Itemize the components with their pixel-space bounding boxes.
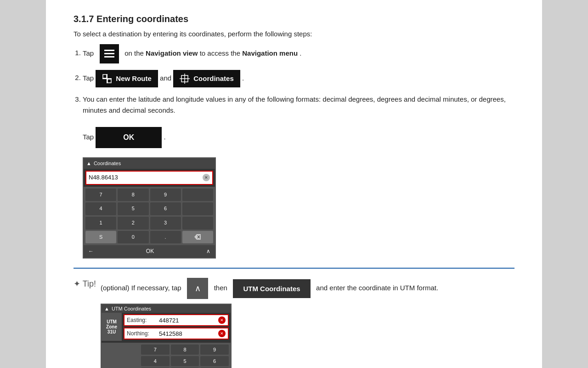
key-5[interactable]: 5 <box>118 202 148 215</box>
coordinates-button[interactable]: Coordinates <box>173 70 240 87</box>
footer-ok[interactable]: OK <box>146 247 154 256</box>
key-8[interactable]: 8 <box>118 189 148 201</box>
utm-key-8[interactable]: 8 <box>171 345 199 355</box>
key-4[interactable]: 4 <box>85 202 116 215</box>
utm-keyboard-area: 7 8 9 4 5 6 1 2 3 0 <box>102 343 231 368</box>
utm-northing-label: Northing: <box>127 330 157 337</box>
svg-rect-1 <box>104 53 114 54</box>
key-dot[interactable]: . <box>150 231 181 244</box>
tip-content: (optional) If necessary, tap ∧ then UTM … <box>101 278 514 368</box>
utm-easting-value: 448721 <box>159 317 216 324</box>
footer-up[interactable]: ∧ <box>206 247 210 256</box>
coord-clear-btn[interactable]: ✕ <box>203 174 210 181</box>
tip-after: and enter the coordinate in UTM format. <box>316 284 438 292</box>
step1-text-before: Tap <box>83 49 94 57</box>
key-empty-2 <box>182 202 213 215</box>
backspace-icon <box>194 234 201 240</box>
tip-section: ✦ Tip! (optional) If necessary, tap ∧ th… <box>74 278 514 368</box>
utm-easting-label: Easting: <box>127 317 157 323</box>
coord-input-value: N48.86413 <box>89 173 203 183</box>
coordinates-screen: ▲ Coordinates N48.86413 ✕ 7 8 9 4 5 <box>83 157 216 259</box>
step1-period: . <box>300 49 301 57</box>
step3-period: . <box>164 132 166 140</box>
divider-1 <box>74 268 514 269</box>
section-heading: 3.1.7 Entering coordinates <box>74 9 514 24</box>
steps-list: Tap on the Navigation view to access the… <box>83 44 514 259</box>
step2-and: and <box>160 74 173 81</box>
utm-header-title: UTM Coordinates <box>112 306 151 311</box>
step-3: You can enter the latitude and longitude… <box>83 94 514 259</box>
utm-key-5[interactable]: 5 <box>171 356 199 366</box>
utm-key-9[interactable]: 9 <box>200 345 229 355</box>
step-2: Tap New Route and C <box>83 70 514 87</box>
hamburger-icon <box>104 50 114 58</box>
screen-header: ▲ Coordinates <box>84 158 215 169</box>
utm-btn-label: UTM Coordinates <box>243 285 300 293</box>
key-0[interactable]: 0 <box>118 231 148 244</box>
key-3[interactable]: 3 <box>150 217 181 230</box>
utm-easting-clear[interactable]: ✕ <box>218 316 226 324</box>
utm-key-6[interactable]: 6 <box>200 356 229 366</box>
step2-period: . <box>242 74 244 81</box>
step1-nav-view: Navigation view <box>146 49 198 57</box>
page-container: 3.1.7 Entering coordinates To select a d… <box>46 0 542 368</box>
ok-button[interactable]: OK <box>96 127 162 148</box>
coordinates-label: Coordinates <box>193 75 234 82</box>
key-empty-1 <box>182 189 213 201</box>
utm-coordinates-button[interactable]: UTM Coordinates <box>233 279 310 298</box>
new-route-icon <box>102 74 112 84</box>
utm-main-area: UTM Zone 31U Easting: 448721 ✕ Northing:… <box>102 313 231 341</box>
step2-tap: Tap <box>83 74 96 81</box>
new-route-button[interactable]: New Route <box>96 70 158 87</box>
key-1[interactable]: 1 <box>85 217 116 230</box>
coord-input-row: N48.86413 ✕ <box>85 171 213 185</box>
step3-text: You can enter the latitude and longitude… <box>83 95 506 114</box>
utm-screen: ▲ UTM Coordinates UTM Zone 31U Easting: … <box>101 304 232 368</box>
key-backspace[interactable] <box>182 231 213 244</box>
ok-label: OK <box>123 133 134 141</box>
utm-right-fields: Easting: 448721 ✕ Northing: 5412588 ✕ <box>122 313 231 341</box>
menu-button[interactable] <box>100 44 119 63</box>
keyboard-area: 7 8 9 4 5 6 1 2 3 S 0 . <box>84 187 215 245</box>
utm-key-7[interactable]: 7 <box>141 345 170 355</box>
key-s[interactable]: S <box>85 231 116 244</box>
svg-rect-7 <box>107 79 111 83</box>
footer-back[interactable]: ← <box>88 247 94 256</box>
key-7[interactable]: 7 <box>85 189 116 201</box>
key-empty-3 <box>182 217 213 230</box>
utm-screen-header: ▲ UTM Coordinates <box>102 305 231 313</box>
svg-rect-6 <box>103 75 107 78</box>
key-6[interactable]: 6 <box>150 202 181 215</box>
utm-northing-value: 5412588 <box>159 330 216 337</box>
up-button[interactable]: ∧ <box>187 278 208 299</box>
step-1: Tap on the Navigation view to access the… <box>83 44 514 63</box>
utm-northing-row: Northing: 5412588 ✕ <box>124 328 229 339</box>
utm-zone-label: UTM Zone 31U <box>102 313 122 341</box>
up-label: ∧ <box>195 283 201 293</box>
utm-key-4[interactable]: 4 <box>141 356 170 366</box>
tip-then: then <box>214 284 227 292</box>
step1-text-access: to access the <box>200 49 243 57</box>
tip-icon: ✦ Tip! <box>74 279 96 289</box>
new-route-label: New Route <box>116 75 152 82</box>
key-2[interactable]: 2 <box>118 217 148 230</box>
intro-text: To select a destination by entering its … <box>74 29 514 40</box>
step1-nav-menu: Navigation menu <box>242 49 298 57</box>
header-title: Coordinates <box>94 160 121 168</box>
screen-footer: ← OK ∧ <box>84 245 215 258</box>
svg-rect-2 <box>104 56 114 58</box>
key-9[interactable]: 9 <box>150 189 181 201</box>
step1-text-on: on the <box>124 49 146 57</box>
utm-header-arrow: ▲ <box>104 306 109 311</box>
tip-optional: (optional) If necessary, tap <box>101 284 181 292</box>
tip-text: (optional) If necessary, tap ∧ then UTM … <box>101 278 514 299</box>
svg-rect-0 <box>104 50 114 51</box>
coordinates-icon <box>180 74 190 84</box>
utm-easting-row: Easting: 448721 ✕ <box>124 314 229 326</box>
utm-northing-clear[interactable]: ✕ <box>218 330 226 337</box>
svg-marker-12 <box>194 234 201 240</box>
header-arrow: ▲ <box>86 160 91 168</box>
step3-tap: Tap <box>83 132 96 140</box>
